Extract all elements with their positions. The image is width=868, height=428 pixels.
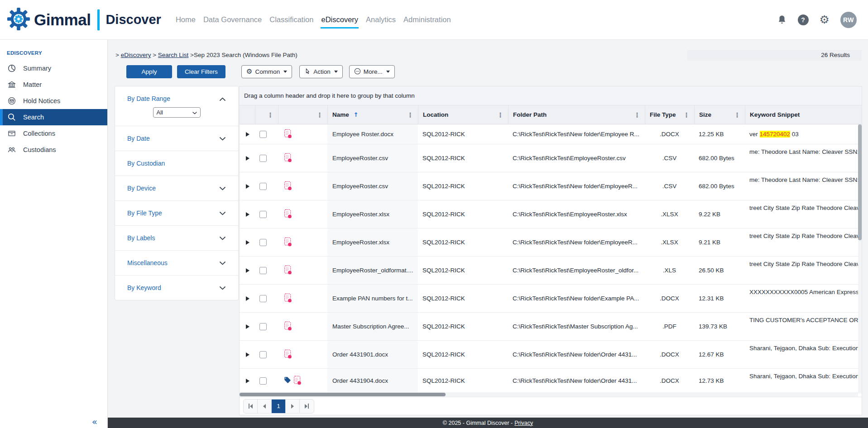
- row-checkbox[interactable]: [259, 295, 267, 302]
- next-page-button[interactable]: [286, 399, 300, 413]
- row-expand-button[interactable]: [246, 184, 249, 189]
- table-row[interactable]: EmployeeRoster_oldformat....SQL2012-RICK…: [240, 257, 862, 285]
- bell-icon[interactable]: [777, 14, 787, 25]
- product-name: Discover: [106, 12, 161, 27]
- row-expand-button[interactable]: [246, 132, 249, 137]
- avatar[interactable]: RW: [840, 12, 857, 28]
- column-menu-icon[interactable]: ⋮: [407, 111, 413, 119]
- chevron-down-icon: [220, 209, 225, 217]
- last-page-button[interactable]: [300, 399, 314, 413]
- header-keyword-snippet[interactable]: Keyword Snippet: [745, 105, 862, 124]
- breadcrumb-ediscovery[interactable]: eDiscovery: [121, 52, 151, 58]
- row-checkbox[interactable]: [259, 377, 267, 385]
- filter-header-miscellaneous[interactable]: Miscellaneous: [115, 251, 238, 275]
- sidebar-collapse-button[interactable]: «: [92, 416, 97, 427]
- gimmal-discover-app: Gimmal Discover HomeData GovernanceClass…: [0, 0, 868, 428]
- table-row[interactable]: EmployeeRoster.xlsxSQL2012-RICKC:\RickTe…: [240, 200, 862, 228]
- group-by-bar[interactable]: Drag a column header and drop it here to…: [240, 86, 862, 105]
- sidebar-item-collections[interactable]: Collections: [0, 125, 107, 142]
- privacy-link[interactable]: Privacy: [514, 420, 533, 426]
- column-menu-icon[interactable]: ⋮: [734, 111, 740, 119]
- table-row[interactable]: EmployeeRoster.xlsxSQL2012-RICKC:\RickTe…: [240, 228, 862, 257]
- nav-item-analytics[interactable]: Analytics: [365, 11, 396, 29]
- header-select-column[interactable]: ⋮: [255, 105, 278, 124]
- header-file-type[interactable]: File Type⋮: [645, 105, 694, 124]
- column-menu-icon[interactable]: ⋮: [317, 111, 323, 119]
- nav-item-administration[interactable]: Administration: [403, 11, 451, 29]
- column-menu-icon[interactable]: ⋮: [683, 111, 690, 119]
- header-icon-column[interactable]: ⋮: [278, 105, 327, 124]
- table-row[interactable]: Master Subscription Agree...SQL2012-RICK…: [240, 313, 862, 341]
- row-checkbox[interactable]: [259, 131, 267, 138]
- column-menu-icon[interactable]: ⋮: [634, 111, 640, 119]
- header-size[interactable]: Size⋮: [694, 105, 745, 124]
- select-chevron-icon: [192, 109, 197, 116]
- chevron-down-icon: [220, 184, 225, 192]
- common-dropdown-button[interactable]: ⚙ Common: [241, 65, 292, 78]
- breadcrumb-search-list[interactable]: Search List: [158, 52, 189, 58]
- filter-header-by-labels[interactable]: By Labels: [115, 226, 238, 250]
- table-row[interactable]: Employee Roster.docxSQL2012-RICKC:\RickT…: [240, 124, 862, 144]
- filter-header-by-custodian[interactable]: By Custodian: [115, 151, 238, 176]
- action-dropdown-button[interactable]: Action: [299, 65, 343, 78]
- apply-button[interactable]: Apply: [126, 65, 172, 78]
- keyword-snippet-cell: XXXXXXXXXXX0005 American Express 37: [745, 285, 862, 312]
- nav-item-classification[interactable]: Classification: [269, 11, 314, 29]
- help-icon[interactable]: ?: [798, 14, 809, 25]
- row-expand-button[interactable]: [246, 240, 249, 245]
- row-checkbox[interactable]: [259, 267, 267, 274]
- horizontal-scrollbar-thumb[interactable]: [240, 393, 446, 396]
- row-expand-button[interactable]: [246, 324, 249, 329]
- sidebar-item-custodians[interactable]: Custodians: [0, 142, 107, 158]
- row-expand-button[interactable]: [246, 352, 249, 357]
- table-row[interactable]: EmployeeRoster.csvSQL2012-RICKC:\RickTes…: [240, 172, 862, 200]
- row-icon-cell: [278, 172, 327, 200]
- filter-header-by-device[interactable]: By Device: [115, 176, 238, 200]
- date-range-select[interactable]: All: [153, 107, 201, 118]
- table-row[interactable]: Order 4431904.docxSQL2012-RICKC:\RickTes…: [240, 369, 862, 393]
- sidebar-item-hold-notices[interactable]: Hold Notices: [0, 93, 107, 109]
- keyword-snippet-cell: treet City State Zip Rate Theodore Cleav…: [745, 257, 862, 284]
- nav-item-home[interactable]: Home: [175, 11, 196, 29]
- filter-header-by-file-type[interactable]: By File Type: [115, 201, 238, 225]
- table-row[interactable]: Order 4431901.docxSQL2012-RICKC:\RickTes…: [240, 341, 862, 369]
- header-name[interactable]: Name ↑ ⋮: [327, 105, 418, 124]
- row-checkbox[interactable]: [259, 155, 267, 162]
- row-checkbox[interactable]: [259, 183, 267, 190]
- header-folder-path[interactable]: Folder Path⋮: [508, 105, 645, 124]
- vertical-scrollbar-thumb[interactable]: [858, 124, 862, 240]
- sidebar-item-matter[interactable]: Matter: [0, 76, 107, 93]
- row-expand-button[interactable]: [246, 156, 249, 161]
- sidebar-item-summary[interactable]: Summary: [0, 60, 107, 76]
- settings-gear-icon[interactable]: ⚙: [820, 14, 830, 25]
- filter-header-by-keyword[interactable]: By Keyword: [115, 276, 238, 300]
- keyword-snippet-text: Sharani, Tejgaon, Dhaka Sub: Execution o: [749, 372, 862, 380]
- row-expand-button[interactable]: [246, 212, 249, 217]
- breadcrumb-row: > eDiscovery > Search List >Sep 2023 Sea…: [115, 50, 868, 61]
- row-checkbox[interactable]: [259, 323, 267, 330]
- filter-group-miscellaneous: Miscellaneous: [115, 250, 238, 275]
- copyright-text: © 2025 - Gimmal Discover -: [443, 420, 513, 426]
- sidebar-item-search[interactable]: Search: [0, 109, 107, 125]
- grid-body: Employee Roster.docxSQL2012-RICKC:\RickT…: [240, 124, 862, 393]
- first-page-button[interactable]: [244, 399, 258, 413]
- row-checkbox[interactable]: [259, 211, 267, 218]
- header-location[interactable]: Location⋮: [418, 105, 508, 124]
- prev-page-button[interactable]: [258, 399, 272, 413]
- current-page-button[interactable]: 1: [272, 399, 286, 413]
- column-menu-icon[interactable]: ⋮: [497, 111, 504, 119]
- clear-filters-button[interactable]: Clear Filters: [177, 65, 225, 78]
- nav-item-ediscovery[interactable]: eDiscovery: [321, 11, 359, 29]
- row-expand-button[interactable]: [246, 379, 249, 383]
- nav-item-data-governance[interactable]: Data Governance: [203, 11, 262, 29]
- table-row[interactable]: EmployeeRoster.csvSQL2012-RICKC:\RickTes…: [240, 144, 862, 172]
- column-menu-icon[interactable]: ⋮: [267, 111, 273, 119]
- more-dropdown-button[interactable]: More...: [349, 65, 395, 78]
- row-checkbox[interactable]: [259, 239, 267, 246]
- folder-path-cell: C:\RickTest\RickTest\EmployeeRoster.xlsx: [508, 200, 645, 228]
- row-checkbox[interactable]: [259, 351, 267, 358]
- row-expand-button[interactable]: [246, 268, 249, 273]
- row-expand-button[interactable]: [246, 296, 249, 301]
- filter-header-by-date[interactable]: By Date: [115, 126, 238, 151]
- table-row[interactable]: Example PAN numbers for t...SQL2012-RICK…: [240, 285, 862, 313]
